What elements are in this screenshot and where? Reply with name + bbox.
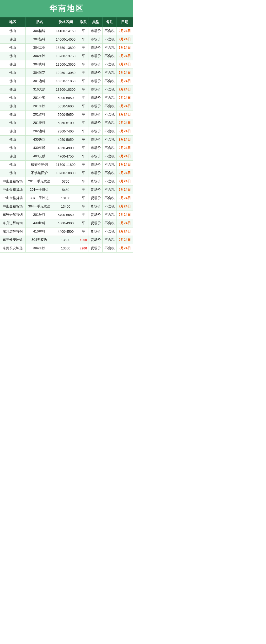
cell-price: 13400 — [53, 202, 78, 211]
table-row: 佛山 304新料 14000-14050 平 市场价 不含税 9月24日 — [0, 35, 133, 44]
cell-note: 不含税 — [103, 69, 116, 77]
cell-type: 市场价 — [89, 110, 103, 119]
table-row: 东升进辉特钢 430炉料 4800-4900 平 货场价 不含税 9月24日 — [0, 219, 133, 228]
cell-change: ↑200 — [78, 244, 89, 252]
cell-note: 不含税 — [103, 102, 116, 110]
table-row: 东莞长安坤递 304无胶边 13800 ↑200 货场价 不含税 9月24日 — [0, 236, 133, 244]
cell-change: 平 — [78, 136, 89, 144]
cell-date: 9月24日 — [116, 86, 133, 94]
header-price: 价格区间 — [53, 18, 78, 27]
cell-note: 不含税 — [103, 44, 116, 52]
cell-date: 9月24日 — [116, 161, 133, 169]
cell-note: 不含税 — [103, 60, 116, 69]
cell-note: 不含税 — [103, 136, 116, 144]
cell-date: 9月24日 — [116, 202, 133, 211]
cell-region: 中山金裕货场 — [0, 186, 26, 194]
cell-date: 9月24日 — [116, 94, 133, 102]
cell-type: 市场价 — [89, 169, 103, 177]
table-row: 中山金裕货场 201一手无胶边 5750 平 货场价 不含税 9月24日 — [0, 177, 133, 186]
table-row: 中山金裕货场 304一手胶边 13100 平 货场价 不含税 9月24日 — [0, 194, 133, 202]
cell-type: 市场价 — [89, 86, 103, 94]
cell-change: 平 — [78, 86, 89, 94]
cell-note: 不含税 — [103, 219, 116, 228]
cell-date: 9月24日 — [116, 211, 133, 219]
table-row: 佛山 304统料 13600-13650 平 市场价 不含税 9月24日 — [0, 60, 133, 69]
table-row: 中山金裕货场 201一手胶边 5450 平 货场价 不含税 9月24日 — [0, 186, 133, 194]
table-row: 东莞长安坤递 304有胶 13600 ↑200 货场价 不含税 9月24日 — [0, 244, 133, 252]
header-type: 类型 — [89, 18, 103, 27]
cell-product: 409无膜 — [25, 152, 53, 161]
cell-type: 市场价 — [89, 102, 103, 110]
cell-region: 佛山 — [0, 169, 26, 177]
header-product: 品名 — [25, 18, 53, 27]
cell-region: 佛山 — [0, 69, 26, 77]
table-row: 佛山 202边料 7300-7400 平 市场价 不含税 9月24日 — [0, 127, 133, 136]
cell-price: 10700-10800 — [53, 169, 78, 177]
cell-note: 不含税 — [103, 52, 116, 60]
cell-type: 市场价 — [89, 35, 103, 44]
cell-note: 不含税 — [103, 244, 116, 252]
cell-product: 201一手胶边 — [25, 186, 53, 194]
cell-price: 13800 — [53, 236, 78, 244]
cell-region: 中山金裕货场 — [0, 177, 26, 186]
cell-price: 5600-5650 — [53, 110, 78, 119]
cell-region: 佛山 — [0, 144, 26, 152]
cell-price: 5400-5650 — [53, 211, 78, 219]
cell-price: 7300-7400 — [53, 127, 78, 136]
cell-product: 201统料 — [25, 119, 53, 127]
cell-price: 4700-4750 — [53, 152, 78, 161]
cell-date: 9月24日 — [116, 177, 133, 186]
cell-product: 304有胶 — [25, 244, 53, 252]
cell-region: 佛山 — [0, 94, 26, 102]
cell-change: 平 — [78, 102, 89, 110]
cell-product: 202边料 — [25, 127, 53, 136]
cell-note: 不含税 — [103, 144, 116, 152]
table-row: 佛山 201管料 5600-5650 平 市场价 不含税 9月24日 — [0, 110, 133, 119]
table-row: 佛山 破碎不锈钢 11700-11800 平 市场价 不含税 9月24日 — [0, 161, 133, 169]
table-row: 佛山 316大炉 18200-18300 平 市场价 不含税 9月24日 — [0, 86, 133, 94]
table-row: 佛山 301边料 10950-11050 平 市场价 不含税 9月24日 — [0, 77, 133, 86]
cell-region: 佛山 — [0, 161, 26, 169]
cell-date: 9月24日 — [116, 244, 133, 252]
cell-price: 6000-6050 — [53, 94, 78, 102]
cell-change: 平 — [78, 35, 89, 44]
cell-change: 平 — [78, 69, 89, 77]
cell-product: 430炉料 — [25, 219, 53, 228]
cell-product: 304一手无胶边 — [25, 202, 53, 211]
table-row: 佛山 409无膜 4700-4750 平 市场价 不含税 9月24日 — [0, 152, 133, 161]
cell-region: 佛山 — [0, 77, 26, 86]
cell-product: 304刨花 — [25, 69, 53, 77]
cell-type: 货场价 — [89, 236, 103, 244]
cell-price: 4950-5050 — [53, 136, 78, 144]
cell-region: 东升进辉特钢 — [0, 219, 26, 228]
cell-note: 不含税 — [103, 186, 116, 194]
cell-note: 不含税 — [103, 119, 116, 127]
cell-price: 5750 — [53, 177, 78, 186]
cell-type: 货场价 — [89, 177, 103, 186]
cell-note: 不含税 — [103, 194, 116, 202]
cell-change: 平 — [78, 177, 89, 186]
cell-change: 平 — [78, 127, 89, 136]
cell-price: 14100-14150 — [53, 27, 78, 35]
cell-note: 不含税 — [103, 211, 116, 219]
cell-date: 9月24日 — [116, 69, 133, 77]
cell-change: 平 — [78, 94, 89, 102]
cell-product: 304有胶 — [25, 52, 53, 60]
cell-date: 9月24日 — [116, 169, 133, 177]
table-row: 佛山 201统料 5050-5100 平 市场价 不含税 9月24日 — [0, 119, 133, 127]
cell-product: 430边丝 — [25, 136, 53, 144]
cell-note: 不含税 — [103, 228, 116, 236]
cell-type: 市场价 — [89, 161, 103, 169]
cell-type: 市场价 — [89, 94, 103, 102]
cell-note: 不含税 — [103, 127, 116, 136]
cell-region: 佛山 — [0, 102, 26, 110]
cell-date: 9月24日 — [116, 102, 133, 110]
cell-type: 市场价 — [89, 27, 103, 35]
cell-change: ↑200 — [78, 236, 89, 244]
cell-type: 市场价 — [89, 52, 103, 60]
cell-type: 货场价 — [89, 211, 103, 219]
cell-change: 平 — [78, 27, 89, 35]
cell-change: 平 — [78, 60, 89, 69]
cell-date: 9月24日 — [116, 127, 133, 136]
cell-change: 平 — [78, 77, 89, 86]
